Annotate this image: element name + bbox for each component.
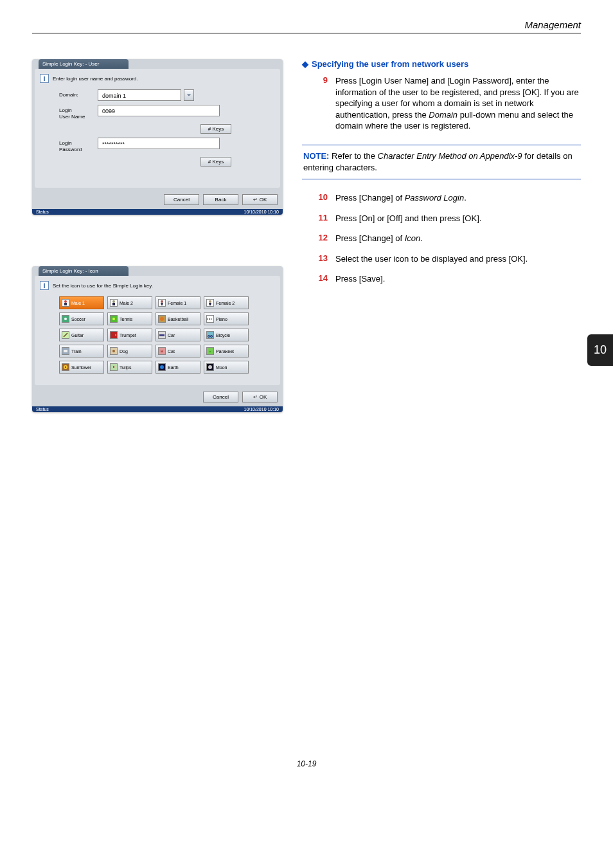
icon-info-text: Set the icon to use for the Simple Login… [53,283,153,289]
svg-point-7 [64,318,67,320]
domain-dropdown-button[interactable] [184,89,194,101]
icon-earth[interactable]: Earth [155,361,200,374]
icon-basketball[interactable]: Basketball [155,312,200,325]
ok-button[interactable]: ↵OK [242,392,278,402]
icon-cat[interactable]: Cat [155,345,200,357]
cancel-button[interactable]: Cancel [203,392,238,402]
step-14-text: Press [Save]. [335,273,385,285]
svg-rect-14 [209,318,209,320]
note-body: Refer to the Character Entry Method on A… [303,151,573,172]
info-icon: i [40,74,49,83]
svg-point-5 [209,300,211,303]
keys-button[interactable]: # Keys [200,124,231,134]
step-number-12: 12 [315,233,328,244]
step-number-13: 13 [315,253,328,265]
status-label[interactable]: Status [36,407,49,411]
icon-tulips[interactable]: Tulips [107,361,152,374]
status-label[interactable]: Status [36,210,49,214]
user-label: Login User Name [59,105,98,120]
cancel-button[interactable]: Cancel [164,194,199,205]
svg-rect-15 [211,318,211,320]
login-panel: Simple Login Key: - User i Enter login u… [32,59,283,215]
svg-rect-19 [159,334,164,336]
svg-rect-13 [208,318,208,320]
icon-male-1[interactable]: Male 1 [59,296,104,309]
svg-point-2 [112,300,115,303]
user-input[interactable]: 0099 [98,105,220,116]
svg-point-0 [64,300,67,303]
icon-soccer[interactable]: Soccer [59,312,104,325]
chapter-tab: 10 [587,334,613,366]
keys-button-2[interactable]: # Keys [200,157,231,167]
icon-car[interactable]: Car [155,329,200,341]
diamond-icon: ◆ [302,59,308,69]
step-11-text: Press [On] or [Off] and then press [OK]. [335,213,481,224]
svg-rect-3 [112,303,115,305]
icon-panel: Simple Login Key: - Icon i Set the icon … [32,266,283,412]
login-panel-title: Simple Login Key: - User [39,59,129,69]
page-header-section: Management [32,19,581,33]
svg-rect-1 [64,303,67,305]
step-9-text: Press [Login User Name] and [Login Passw… [335,75,581,132]
chevron-down-icon [186,93,191,98]
step-number-11: 11 [315,213,328,224]
pwd-label: Login Password [59,138,98,153]
right-column: ◆ Specifying the user from network users… [302,59,581,464]
icon-parakeet[interactable]: Parakeet [204,345,249,357]
login-info-text: Enter login user name and password. [53,76,138,82]
pwd-input[interactable]: ********** [98,138,220,149]
icon-trumpet[interactable]: Trumpet [107,329,152,341]
note-label: NOTE: [303,151,329,161]
status-timestamp: 10/10/2010 10:10 [244,210,280,214]
icon-piano[interactable]: Piano [204,312,249,325]
svg-point-9 [112,318,115,320]
note-box: NOTE: Refer to the Character Entry Metho… [302,145,581,179]
back-button[interactable]: Back [203,194,238,205]
ok-button[interactable]: ↵OK [242,194,278,205]
svg-point-11 [160,317,164,321]
svg-rect-20 [207,332,213,338]
icon-guitar[interactable]: Guitar [59,329,104,341]
step-10-text: Press [Change] of Password Login. [335,192,466,204]
domain-input[interactable]: domain 1 [98,89,181,101]
icon-bicycle[interactable]: Bicycle [204,329,249,341]
left-column: Simple Login Key: - User i Enter login u… [32,59,283,464]
step-number-9: 9 [315,75,328,132]
svg-point-31 [65,366,66,368]
icon-tennis[interactable]: Tennis [107,312,152,325]
step-12-text: Press [Change] of Icon. [335,233,423,244]
status-timestamp: 10/10/2010 10:10 [244,407,280,411]
icon-sunflower[interactable]: Sunflower [59,361,104,374]
step-13-text: Select the user icon to be displayed and… [335,253,528,265]
svg-point-4 [161,300,163,303]
icon-panel-title: Simple Login Key: - Icon [39,266,129,276]
svg-point-26 [112,350,115,352]
page-number: 10-19 [32,759,581,768]
step-number-10: 10 [315,192,328,204]
svg-point-36 [208,365,212,369]
icon-female-1[interactable]: Female 1 [155,296,200,309]
step-number-14: 14 [315,273,328,285]
info-icon: i [40,281,49,290]
icon-female-2[interactable]: Female 2 [204,296,249,309]
svg-rect-24 [64,350,67,352]
icon-train[interactable]: Train [59,345,104,357]
icon-moon[interactable]: Moon [204,361,249,374]
icon-male-2[interactable]: Male 2 [107,296,152,309]
domain-label: Domain: [59,89,98,98]
icon-dog[interactable]: Dog [107,345,152,357]
section-heading: Specifying the user from network users [312,59,468,69]
